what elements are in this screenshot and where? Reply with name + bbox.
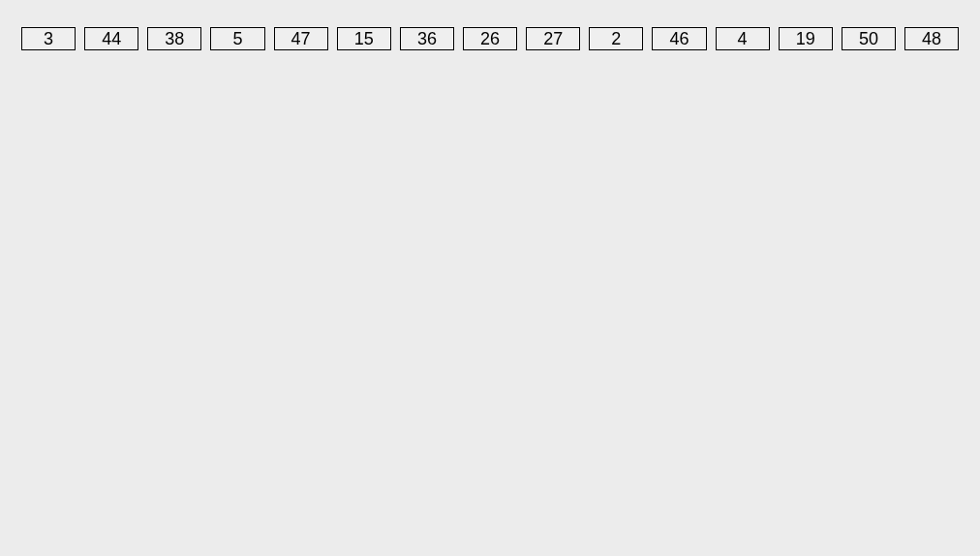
num-button-10[interactable]: 46 xyxy=(652,27,706,50)
num-button-11[interactable]: 4 xyxy=(716,27,770,50)
num-button-4[interactable]: 47 xyxy=(274,27,328,50)
num-button-6[interactable]: 36 xyxy=(400,27,454,50)
num-button-8[interactable]: 27 xyxy=(526,27,580,50)
num-button-3[interactable]: 5 xyxy=(210,27,264,50)
num-button-1[interactable]: 44 xyxy=(84,27,138,50)
num-button-14[interactable]: 48 xyxy=(904,27,959,50)
num-button-0[interactable]: 3 xyxy=(21,27,76,50)
num-button-7[interactable]: 26 xyxy=(463,27,517,50)
num-button-2[interactable]: 38 xyxy=(147,27,201,50)
num-button-12[interactable]: 19 xyxy=(779,27,833,50)
num-button-5[interactable]: 15 xyxy=(337,27,391,50)
button-row: 3 44 38 5 47 15 36 26 27 2 46 4 19 50 48 xyxy=(0,0,980,77)
num-button-9[interactable]: 2 xyxy=(589,27,643,50)
num-button-13[interactable]: 50 xyxy=(842,27,896,50)
